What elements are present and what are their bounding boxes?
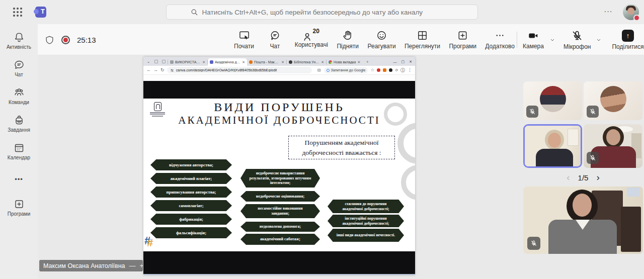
violation-item: академічний саботаж; — [240, 234, 320, 245]
raise-hand-button[interactable]: Підняти — [337, 30, 359, 50]
topbar-more-button[interactable]: ··· — [601, 4, 615, 18]
microphone-options-chevron[interactable] — [596, 37, 602, 43]
browser-tab-3[interactable]: Пошта - Максим О✕ — [247, 58, 286, 66]
window-minimize-button[interactable]: — — [393, 60, 397, 64]
violation-item: інші види академічної нечесності. — [328, 229, 404, 242]
chat-bubble-icon — [269, 30, 281, 41]
search-bar[interactable] — [166, 5, 478, 20]
pinned-tab[interactable] — [162, 60, 166, 63]
tab-close-icon[interactable]: ✕ — [202, 60, 205, 64]
microphone-button[interactable]: Мікрофон — [564, 30, 591, 50]
tab-close-icon[interactable]: ✕ — [357, 60, 360, 64]
mail-favicon — [249, 60, 253, 64]
more-dots-icon: ••• — [15, 175, 23, 183]
library-favicon — [289, 60, 292, 64]
window-maximize-button[interactable]: ▢ — [401, 60, 405, 64]
slide-letterbox-top — [143, 81, 415, 99]
zoom-in-button[interactable]: + — [140, 262, 144, 269]
google-lens-chip[interactable]: Запитання до Google — [324, 67, 368, 73]
sidebar-item-calendar[interactable]: Календар — [0, 142, 38, 160]
sidebar-item-apps[interactable]: Програми — [0, 198, 38, 217]
browser-tab-1[interactable]: ВИКОРИСТАННЯ✕ — [168, 58, 207, 66]
violation-item: недоброчесне використання результатів, з… — [240, 169, 320, 188]
react-button[interactable]: Реагувати — [368, 30, 396, 50]
top-bar: ··· — [0, 0, 644, 24]
browser-tab-4[interactable]: Бібліотека Універс✕ — [287, 58, 326, 66]
presenter-name: Максим Оксана Анатоліївна — [43, 262, 125, 269]
back-icon[interactable]: ← — [146, 68, 151, 72]
sidebar-item-chat[interactable]: Чат — [0, 59, 38, 77]
zoom-out-button[interactable]: — — [129, 262, 136, 269]
sidebar-item-activity[interactable]: Активність — [0, 31, 38, 50]
chrome-favicon — [329, 60, 332, 64]
start-presenting-button[interactable]: Почати — [233, 30, 255, 50]
browser-menu-icon[interactable]: ⋮ — [408, 68, 412, 72]
share-up-arrow-icon: ↑ — [622, 30, 634, 42]
app-launcher-waffle-icon[interactable] — [13, 8, 22, 17]
avatar[interactable] — [623, 4, 639, 20]
violation-item: недозволена допомога; — [240, 222, 320, 232]
teams-logo — [35, 7, 46, 18]
new-tab-button[interactable]: ＋ — [364, 58, 371, 65]
mic-muted-icon — [571, 30, 583, 42]
participants-button[interactable]: 20 Користувачі — [295, 31, 328, 48]
presenter-name-pill: Максим Оксана Анатоліївна — + — [39, 260, 143, 271]
screenshot-icon[interactable] — [317, 68, 321, 72]
tab-close-icon[interactable]: ✕ — [321, 60, 324, 64]
window-close-button[interactable]: ✕ — [409, 60, 412, 64]
violation-item: фабрикація; — [150, 214, 232, 225]
extension-orange-icon[interactable] — [383, 68, 386, 72]
camera-button[interactable]: Камера — [522, 30, 544, 50]
search-input[interactable] — [202, 9, 454, 16]
pager-page-indicator: 1/5 — [578, 173, 589, 182]
violation-item: академічний плагіат; — [150, 173, 232, 184]
extension-adblock-icon[interactable] — [377, 68, 380, 72]
pinned-tab[interactable] — [154, 60, 158, 63]
shield-icon[interactable] — [45, 35, 54, 45]
more-options-button[interactable]: Додатково — [485, 30, 515, 50]
violation-item: недоброчесне оцінювання; — [240, 191, 320, 202]
violation-item: самоплагіат; — [150, 200, 232, 211]
reload-icon[interactable]: ↻ — [160, 68, 165, 72]
camera-options-chevron[interactable] — [549, 37, 555, 43]
tab-search-chevron-icon[interactable]: ⌄ — [145, 58, 152, 65]
tab-close-icon[interactable]: ✕ — [281, 60, 284, 64]
participant-tile-video-active[interactable] — [523, 124, 582, 168]
lens-icon — [327, 69, 330, 72]
participant-tile-avatar-2[interactable] — [584, 81, 642, 120]
hashtag-logo: ## — [144, 234, 157, 248]
participant-avatar — [540, 86, 566, 112]
extension-dark-icon[interactable] — [389, 68, 392, 72]
camera-icon — [527, 30, 540, 41]
plus-square-icon — [457, 30, 468, 41]
chat-button[interactable]: Чат — [264, 30, 286, 50]
tab-close-icon[interactable]: ✕ — [242, 60, 245, 64]
forward-icon[interactable]: → — [153, 68, 158, 72]
bookmark-star-icon[interactable]: ☆ — [370, 68, 374, 72]
apps-button[interactable]: Програми — [449, 30, 476, 50]
sidebar-item-more[interactable]: ••• — [0, 175, 38, 183]
participant-tile-video-2[interactable] — [584, 124, 642, 168]
pager-prev-icon[interactable]: ‹ — [567, 172, 570, 183]
url-omnibox[interactable]: canva.com/design/DAHEGrOwIAQ/KtjXv8f8405… — [167, 67, 312, 73]
grid-view-icon — [417, 30, 428, 41]
browser-tab-strip: ⌄ ВИКОРИСТАННЯ✕ Академічна добро✕ Пошта … — [143, 57, 415, 66]
sidebar-item-assignments[interactable]: Завдання — [0, 114, 38, 133]
participant-tile-avatar-1[interactable] — [523, 81, 582, 120]
participant-tile-video-large[interactable] — [523, 187, 643, 254]
browser-tab-2-active[interactable]: Академічна добро✕ — [208, 58, 247, 66]
pager-next-icon[interactable]: › — [596, 172, 599, 183]
calendar-icon — [13, 142, 25, 154]
extensions-puzzle-icon[interactable]: ⟳ — [395, 68, 398, 72]
raised-hand-icon — [342, 30, 354, 41]
ellipsis-icon — [494, 30, 506, 41]
browser-tab-5[interactable]: Нова вкладка✕ — [327, 58, 362, 66]
profile-badge[interactable]: 1 — [400, 68, 405, 72]
slide-title-line1: ВИДИ ПОРУШЕНЬ — [143, 101, 415, 114]
sidebar-item-teams[interactable]: Команди — [0, 86, 38, 105]
share-button[interactable]: ↑ Поділитися — [612, 30, 643, 50]
view-button[interactable]: Переглянути — [405, 30, 440, 50]
meeting-toolbar: 25:13 Почати Чат 20 Користувачі — [38, 24, 644, 55]
violation-item: відчуження авторства; — [150, 159, 232, 170]
mic-muted-badge — [587, 152, 599, 164]
